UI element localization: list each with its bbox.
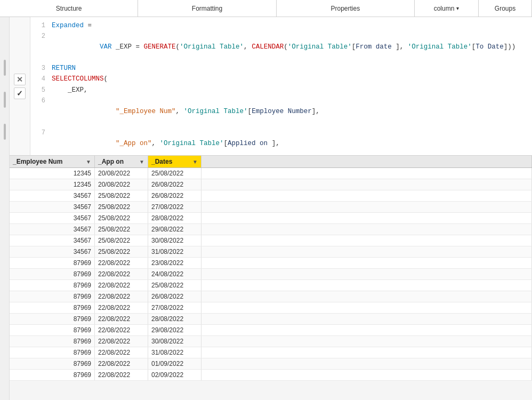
cell-emp-num: 87969 xyxy=(10,258,95,268)
cell-dates: 27/08/2022 xyxy=(148,202,201,212)
cell-dates: 31/08/2022 xyxy=(148,246,201,257)
cell-app-on: 22/08/2022 xyxy=(95,325,148,335)
table-row: 8796922/08/202227/08/2022 xyxy=(10,302,532,314)
cell-emp-num: 34567 xyxy=(10,202,95,212)
cell-dates: 25/08/2022 xyxy=(148,280,201,291)
cell-emp-num: 87969 xyxy=(10,314,95,324)
cell-rest xyxy=(201,302,532,313)
cell-dates: 26/08/2022 xyxy=(148,190,201,201)
cell-app-on: 22/08/2022 xyxy=(95,347,148,358)
table-row: 8796922/08/202231/08/2022 xyxy=(10,347,532,358)
cell-dates: 26/08/2022 xyxy=(148,291,201,302)
cell-app-on: 22/08/2022 xyxy=(95,269,148,279)
cell-rest xyxy=(201,224,532,235)
code-content-4: SELECTCOLUMNS( xyxy=(52,74,528,84)
cell-dates: 30/08/2022 xyxy=(148,235,201,246)
cell-emp-num: 34567 xyxy=(10,213,95,223)
col-header-emp-num[interactable]: _Employee Num ▼ xyxy=(10,156,95,167)
editor-area: ✕ ✓ 1 Expanded = 2 VAR _EXP = GENERATE('… xyxy=(10,17,532,156)
code-content-1: Expanded = xyxy=(52,20,528,31)
cell-emp-num: 87969 xyxy=(10,336,95,347)
cancel-button[interactable]: ✕ xyxy=(14,74,26,85)
cell-dates: 31/08/2022 xyxy=(148,347,201,358)
structure-label: Structure xyxy=(56,5,82,12)
table-row: 8796922/08/202202/09/2022 xyxy=(10,370,532,381)
col-header-rest xyxy=(201,156,532,167)
cell-emp-num: 87969 xyxy=(10,347,95,358)
table-row: 3456725/08/202231/08/2022 xyxy=(10,246,532,258)
cell-dates: 23/08/2022 xyxy=(148,258,201,268)
cell-dates: 27/08/2022 xyxy=(148,302,201,313)
cell-app-on: 22/08/2022 xyxy=(95,302,148,313)
cell-app-on: 22/08/2022 xyxy=(95,370,148,380)
cell-rest xyxy=(201,370,532,380)
col-header-app-on-arrow[interactable]: ▼ xyxy=(139,159,144,165)
table-body: 1234520/08/202225/08/20221234520/08/2022… xyxy=(10,168,532,400)
code-editor[interactable]: 1 Expanded = 2 VAR _EXP = GENERATE('Orig… xyxy=(30,17,532,155)
cell-rest xyxy=(201,280,532,291)
left-panel xyxy=(0,17,10,400)
cell-emp-num: 87969 xyxy=(10,302,95,313)
col-header-app-on-label: _App on xyxy=(98,158,124,165)
cell-app-on: 22/08/2022 xyxy=(95,358,148,369)
top-toolbar: Structure Formatting Properties column ▾… xyxy=(0,0,532,17)
formatting-tab[interactable]: Formatting xyxy=(138,0,276,17)
formatting-label: Formatting xyxy=(192,5,222,12)
cell-dates: 01/09/2022 xyxy=(148,358,201,369)
code-content-6: "_Employee Num", 'Original Table'[Employ… xyxy=(52,95,528,127)
cell-rest xyxy=(201,358,532,369)
cell-rest xyxy=(201,213,532,223)
properties-tab[interactable]: Properties xyxy=(277,0,415,17)
code-line-1: 1 Expanded = xyxy=(35,20,528,31)
structure-tab[interactable]: Structure xyxy=(0,0,138,17)
cell-app-on: 25/08/2022 xyxy=(95,213,148,223)
confirm-button[interactable]: ✓ xyxy=(14,87,26,99)
sort-label: column xyxy=(434,5,455,12)
col-header-dates-label: _Dates xyxy=(151,158,172,165)
col-header-app-on[interactable]: _App on ▼ xyxy=(95,156,148,167)
cell-rest xyxy=(201,190,532,201)
cell-rest xyxy=(201,269,532,279)
cell-rest xyxy=(201,325,532,335)
table-row: 8796922/08/202226/08/2022 xyxy=(10,291,532,302)
table-row: 8796922/08/202201/09/2022 xyxy=(10,358,532,370)
cell-emp-num: 87969 xyxy=(10,370,95,380)
panel-indicator-1 xyxy=(4,60,6,76)
cell-dates: 29/08/2022 xyxy=(148,325,201,335)
code-line-3: 3 RETURN xyxy=(35,63,528,74)
table-header: _Employee Num ▼ _App on ▼ _Dates ▼ xyxy=(10,156,532,168)
cell-rest xyxy=(201,246,532,257)
cell-emp-num: 87969 xyxy=(10,269,95,279)
table-row: 8796922/08/202225/08/2022 xyxy=(10,280,532,291)
col-header-dates-arrow[interactable]: ▼ xyxy=(192,159,198,165)
cell-app-on: 25/08/2022 xyxy=(95,246,148,257)
cell-app-on: 22/08/2022 xyxy=(95,258,148,268)
sort-chevron-icon: ▾ xyxy=(456,5,459,11)
col-header-emp-num-arrow[interactable]: ▼ xyxy=(86,159,91,165)
line-num-1: 1 xyxy=(35,21,45,31)
line-num-2: 2 xyxy=(35,31,45,42)
table-row: 8796922/08/202230/08/2022 xyxy=(10,336,532,347)
line-num-7: 7 xyxy=(35,128,45,138)
table-row: 1234520/08/202225/08/2022 xyxy=(10,168,532,179)
line-num-5: 5 xyxy=(35,85,45,95)
cell-app-on: 25/08/2022 xyxy=(95,190,148,201)
cell-rest xyxy=(201,258,532,268)
cell-emp-num: 87969 xyxy=(10,325,95,335)
cell-app-on: 25/08/2022 xyxy=(95,202,148,212)
cell-emp-num: 34567 xyxy=(10,224,95,235)
code-line-7: 7 "_App on", 'Original Table'[Applied on… xyxy=(35,127,528,156)
cell-rest xyxy=(201,291,532,302)
code-line-5: 5 _EXP, xyxy=(35,85,528,95)
sort-section[interactable]: column ▾ xyxy=(415,0,479,17)
col-header-dates[interactable]: _Dates ▼ xyxy=(148,156,201,167)
cell-dates: 28/08/2022 xyxy=(148,213,201,223)
cell-dates: 29/08/2022 xyxy=(148,224,201,235)
cell-dates: 26/08/2022 xyxy=(148,179,201,190)
cell-dates: 02/09/2022 xyxy=(148,370,201,380)
cell-emp-num: 12345 xyxy=(10,179,95,190)
panel-indicator-2 xyxy=(4,92,6,108)
table-row: 3456725/08/202228/08/2022 xyxy=(10,213,532,224)
cell-emp-num: 87969 xyxy=(10,280,95,291)
groups-section[interactable]: Groups xyxy=(479,0,532,17)
